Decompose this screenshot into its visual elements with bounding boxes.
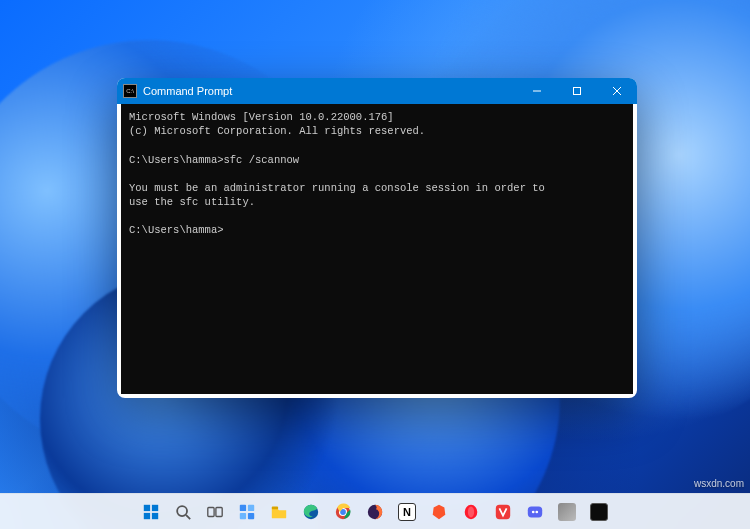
svg-rect-10 <box>208 507 214 516</box>
svg-rect-6 <box>144 512 150 518</box>
chrome-browser[interactable] <box>330 499 356 525</box>
edge-browser[interactable] <box>298 499 324 525</box>
brave-browser[interactable] <box>426 499 452 525</box>
vivaldi-browser[interactable] <box>490 499 516 525</box>
taskbar[interactable]: N <box>0 493 750 529</box>
titlebar[interactable]: Command Prompt <box>117 78 637 104</box>
svg-rect-12 <box>240 504 246 510</box>
svg-point-26 <box>532 510 535 513</box>
widgets-button[interactable] <box>234 499 260 525</box>
svg-rect-1 <box>574 88 581 95</box>
svg-rect-25 <box>528 506 542 517</box>
svg-rect-16 <box>272 506 278 509</box>
file-explorer[interactable] <box>266 499 292 525</box>
desktop: Command Prompt Microsoft Windows [Versio… <box>0 0 750 529</box>
app-icon-14[interactable] <box>554 499 580 525</box>
svg-rect-4 <box>144 504 150 510</box>
discord-app[interactable] <box>522 499 548 525</box>
watermark: wsxdn.com <box>694 478 744 489</box>
window-title: Command Prompt <box>143 85 232 97</box>
command-prompt-task[interactable] <box>586 499 612 525</box>
svg-rect-14 <box>240 512 246 518</box>
window-controls <box>517 78 637 104</box>
search-button[interactable] <box>170 499 196 525</box>
svg-rect-7 <box>152 512 158 518</box>
command-prompt-window[interactable]: Command Prompt Microsoft Windows [Versio… <box>117 78 637 398</box>
notion-app[interactable]: N <box>394 499 420 525</box>
cmd-icon <box>123 84 137 98</box>
svg-point-27 <box>535 510 538 513</box>
task-view-button[interactable] <box>202 499 228 525</box>
minimize-button[interactable] <box>517 78 557 104</box>
terminal-output[interactable]: Microsoft Windows [Version 10.0.22000.17… <box>121 104 633 394</box>
start-button[interactable] <box>138 499 164 525</box>
opera-browser[interactable] <box>458 499 484 525</box>
svg-rect-15 <box>248 512 254 518</box>
svg-point-23 <box>468 506 474 517</box>
firefox-browser[interactable] <box>362 499 388 525</box>
svg-point-8 <box>177 506 187 516</box>
svg-rect-11 <box>216 507 222 516</box>
maximize-button[interactable] <box>557 78 597 104</box>
svg-rect-13 <box>248 504 254 510</box>
close-button[interactable] <box>597 78 637 104</box>
svg-line-9 <box>186 515 190 519</box>
svg-rect-5 <box>152 504 158 510</box>
